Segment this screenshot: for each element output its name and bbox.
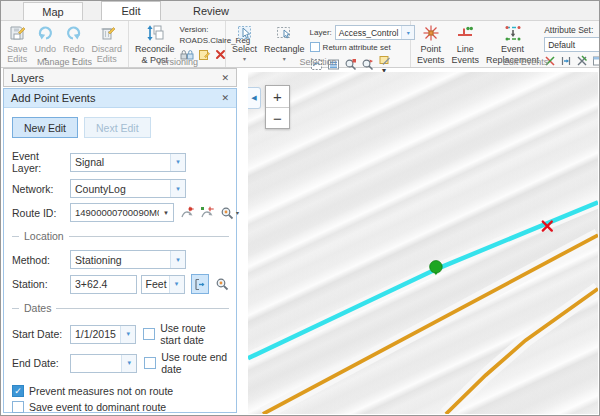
redo-icon [65,24,83,44]
attribute-set-label: Attribute Set: [544,25,600,35]
group-edit-events: Point Events Line Events Event Replaceme… [411,21,600,67]
group-manage-edits: Save Edits Undo ▾ Redo ▾ Discard Edits M… [1,21,129,67]
return-attribute-set-label: Return attribute set [323,43,391,52]
prevent-measures-checkbox[interactable]: ✓ [12,385,24,397]
route-id-label: Route ID: [12,207,70,219]
add-route-from-map-icon[interactable] [200,206,214,220]
route-id-combo[interactable]: 14900000700090M01 ▼ [70,203,174,222]
rectangle-select-icon [275,24,293,44]
layers-pane-header[interactable]: Layers ✕ [3,68,237,87]
station-input[interactable]: 3+62.4 [70,275,137,294]
new-edit-button[interactable]: New Edit [12,117,78,138]
end-date-label: End Date: [12,357,70,369]
layer-label: Layer: [310,28,332,37]
add-point-events-header[interactable]: Add Point Events ✕ [4,89,236,108]
add-point-events-pane: Add Point Events ✕ New Edit Next Edit Ev… [3,88,237,413]
ribbon: Save Edits Undo ▾ Redo ▾ Discard Edits M… [1,21,599,68]
group-label-versioning: Versioning [129,57,225,67]
station-label: Station: [12,278,70,290]
map-canvas[interactable]: ◀ + − [248,72,598,414]
collapse-panel-tab[interactable]: ◀ [248,87,261,109]
add-point-events-body: New Edit Next Edit Event Layer: Signal ▾… [4,108,236,416]
line-events-icon [456,24,474,44]
start-date-picker[interactable]: 1/1/2015 ▾ [70,325,136,344]
combo-arrow-icon[interactable]: ▼ [159,210,173,216]
save-edits-icon [8,24,26,44]
event-layer-select[interactable]: Signal ▾ [70,153,186,172]
next-edit-button[interactable]: Next Edit [84,117,151,138]
chevron-down-icon: ▾ [170,154,185,171]
layers-close-icon[interactable]: ✕ [221,73,229,83]
selection-layer-select[interactable]: Access_Control ▾ [335,25,416,40]
ribbon-tab-bar: Map Edit Review [1,1,599,21]
use-route-end-date-checkbox[interactable] [144,357,156,369]
network-select[interactable]: CountyLog ▾ [70,179,186,198]
layers-pane-title: Layers [11,72,44,84]
use-route-start-date-label: Use route start date [160,322,229,346]
group-versioning: Reconcile & Post Version: ROADS.Claire_R… [129,21,226,67]
zoom-route-caret[interactable]: ▾ [236,209,239,216]
map-zoom-control: + − [265,85,290,129]
method-label: Method: [12,254,70,266]
chevron-down-icon: ▾ [120,326,135,343]
select-route-on-map-icon[interactable] [180,206,194,220]
prevent-measures-label: Prevent measures not on route [29,385,173,397]
select-icon [236,24,254,44]
group-label-manage-edits: Manage Edits [1,57,128,67]
group-label-selection: Selection [226,57,410,67]
left-panel-column: Layers ✕ Add Point Events ✕ New Edit Nex… [3,68,237,413]
add-point-events-close-icon[interactable]: ✕ [221,93,229,103]
add-point-events-title: Add Point Events [11,92,95,104]
map-graphics [248,72,598,414]
chevron-down-icon: ▾ [121,355,136,372]
undo-icon [36,24,54,44]
use-route-start-date-checkbox[interactable] [143,328,155,340]
attribute-set-select[interactable]: Default ▾ [544,37,600,52]
zoom-out-button[interactable]: − [266,107,289,128]
group-label-edit-events: Edit Events [411,57,600,67]
tab-map[interactable]: Map [23,2,83,20]
chevron-down-icon: ▾ [170,251,185,268]
method-select[interactable]: Stationing ▾ [70,250,186,269]
zoom-to-station-icon[interactable] [215,277,229,291]
save-dominant-label: Save event to dominant route [29,401,166,413]
group-selection: Select ▾ Rectangle ▾ Layer: Access_Contr… [226,21,411,67]
use-route-end-date-label: Use route end date [161,351,229,375]
reconcile-post-icon [146,24,164,44]
station-unit-select[interactable]: Feet ▾ [141,275,185,294]
collapse-left-icon: ◀ [251,94,256,102]
save-dominant-checkbox[interactable] [12,401,24,413]
chevron-down-icon: ▾ [169,276,184,293]
return-attribute-set-checkbox[interactable] [310,42,320,52]
end-date-picker[interactable]: ▾ [70,354,137,373]
zoom-in-button[interactable]: + [266,86,289,107]
dates-section-divider: Dates [12,302,229,314]
point-events-icon [422,24,440,44]
network-label: Network: [12,183,70,195]
chevron-down-icon: ▾ [170,180,185,197]
discard-edits-icon [98,24,116,44]
event-replacement-icon [503,24,523,44]
check-icon: ✓ [14,387,22,396]
tab-edit[interactable]: Edit [101,1,161,20]
event-layer-label: Event Layer: [12,150,70,174]
app-window: Map Edit Review Save Edits Undo ▾ Redo ▾ [0,0,600,416]
pick-station-on-map-button[interactable] [191,274,209,294]
start-date-label: Start Date: [12,328,70,340]
zoom-to-route-icon[interactable]: ▾ [220,206,239,220]
tab-review[interactable]: Review [179,2,243,20]
location-section-divider: Location [12,230,229,242]
